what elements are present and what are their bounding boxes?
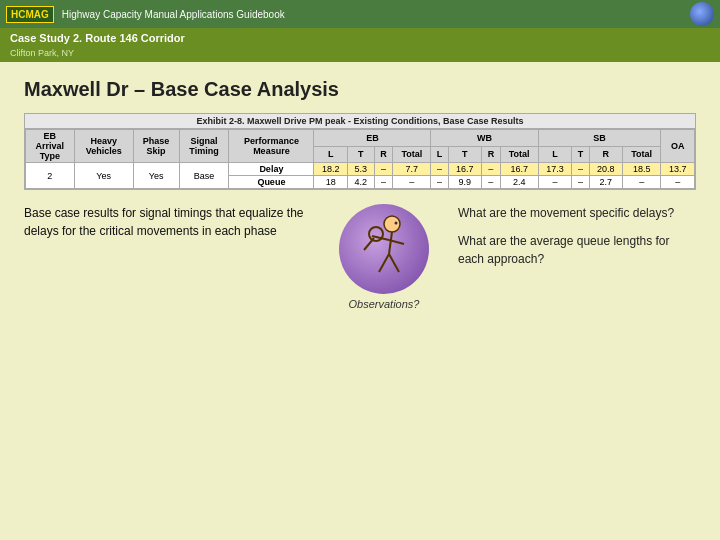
- svg-point-8: [369, 227, 383, 241]
- bottom-section: Base case results for signal timings tha…: [24, 204, 696, 310]
- sb-l: L: [538, 146, 572, 163]
- cell-eb-r-queue: –: [374, 176, 393, 189]
- svg-line-2: [389, 232, 392, 254]
- cell-eb-t-queue: 4.2: [348, 176, 375, 189]
- cell-sb-t-queue: –: [572, 176, 589, 189]
- col-phase-skip: PhaseSkip: [133, 130, 179, 163]
- svg-line-5: [379, 254, 389, 272]
- data-table: EBArrivalType HeavyVehicles PhaseSkip Si…: [25, 129, 695, 189]
- col-heavy-vehicles: HeavyVehicles: [74, 130, 133, 163]
- observations-col: Observations?: [324, 204, 444, 310]
- stick-figure-svg: [354, 214, 414, 284]
- base-case-text: Base case results for signal timings tha…: [24, 204, 304, 240]
- col-group-sb: SB: [538, 130, 661, 147]
- table-row-delay: 2 Yes Yes Base Delay 18.2 5.3 – 7.7 – 16…: [26, 163, 695, 176]
- sub-header-title: Case Study 2. Route 146 Corridor: [10, 32, 185, 44]
- cell-eb-l-queue: 18: [314, 176, 348, 189]
- cell-eb-total-delay: 7.7: [393, 163, 431, 176]
- question-1: What are the movement specific delays?: [458, 204, 696, 222]
- col-oa: OA: [661, 130, 695, 163]
- question-2: What are the average queue lengths for e…: [458, 232, 696, 268]
- cell-wb-t-delay: 16.7: [448, 163, 482, 176]
- wb-l: L: [431, 146, 448, 163]
- cell-eb-l-delay: 18.2: [314, 163, 348, 176]
- sb-total: Total: [623, 146, 661, 163]
- col-performance-measure: PerformanceMeasure: [229, 130, 314, 163]
- wb-t: T: [448, 146, 482, 163]
- col-eb-arrival: EBArrivalType: [26, 130, 75, 163]
- cell-measure-queue: Queue: [229, 176, 314, 189]
- cell-sb-l-queue: –: [538, 176, 572, 189]
- header-image: [690, 2, 714, 26]
- exhibit-table-container: Exhibit 2-8. Maxwell Drive PM peak - Exi…: [24, 113, 696, 190]
- sb-r: R: [589, 146, 623, 163]
- sub-header: Case Study 2. Route 146 Corridor Clifton…: [0, 28, 720, 62]
- observations-label: Observations?: [349, 298, 420, 310]
- questions-col: What are the movement specific delays? W…: [458, 204, 696, 278]
- cell-wb-r-queue: –: [482, 176, 501, 189]
- col-signal-timing: SignalTiming: [179, 130, 229, 163]
- cell-eb-arrival: 2: [26, 163, 75, 189]
- eb-r: R: [374, 146, 393, 163]
- observations-circle: [339, 204, 429, 294]
- svg-point-1: [395, 222, 398, 225]
- cell-signal-timing: Base: [179, 163, 229, 189]
- cell-sb-t-delay: –: [572, 163, 589, 176]
- cell-wb-l-delay: –: [431, 163, 448, 176]
- svg-line-6: [389, 254, 399, 272]
- cell-wb-r-delay: –: [482, 163, 501, 176]
- cell-wb-total-queue: 2.4: [500, 176, 538, 189]
- eb-total: Total: [393, 146, 431, 163]
- cell-sb-r-delay: 20.8: [589, 163, 623, 176]
- main-content: Maxwell Dr – Base Case Analysis Exhibit …: [0, 62, 720, 322]
- cell-eb-r-delay: –: [374, 163, 393, 176]
- cell-oa-delay: 13.7: [661, 163, 695, 176]
- exhibit-title: Exhibit 2-8. Maxwell Drive PM peak - Exi…: [25, 114, 695, 129]
- hcmag-logo: HCMAG: [6, 6, 54, 23]
- sub-header-location: Clifton Park, NY: [10, 48, 74, 58]
- observations-section: Observations? What are the movement spec…: [324, 204, 696, 310]
- wb-r: R: [482, 146, 501, 163]
- cell-wb-t-queue: 9.9: [448, 176, 482, 189]
- wb-total: Total: [500, 146, 538, 163]
- col-group-wb: WB: [431, 130, 538, 147]
- cell-sb-r-queue: 2.7: [589, 176, 623, 189]
- cell-heavy-vehicles: Yes: [74, 163, 133, 189]
- cell-measure-delay: Delay: [229, 163, 314, 176]
- cell-eb-t-delay: 5.3: [348, 163, 375, 176]
- cell-phase-skip: Yes: [133, 163, 179, 189]
- header-bar: HCMAG Highway Capacity Manual Applicatio…: [0, 0, 720, 28]
- cell-oa-queue: –: [661, 176, 695, 189]
- table-header-row-1: EBArrivalType HeavyVehicles PhaseSkip Si…: [26, 130, 695, 147]
- sb-t: T: [572, 146, 589, 163]
- cell-sb-total-queue: –: [623, 176, 661, 189]
- cell-wb-total-delay: 16.7: [500, 163, 538, 176]
- col-group-eb: EB: [314, 130, 431, 147]
- cell-sb-total-delay: 18.5: [623, 163, 661, 176]
- cell-eb-total-queue: –: [393, 176, 431, 189]
- page-title: Maxwell Dr – Base Case Analysis: [24, 78, 696, 101]
- header-title: Highway Capacity Manual Applications Gui…: [62, 9, 682, 20]
- cell-wb-l-queue: –: [431, 176, 448, 189]
- svg-point-0: [384, 216, 400, 232]
- eb-l: L: [314, 146, 348, 163]
- eb-t: T: [348, 146, 375, 163]
- cell-sb-l-delay: 17.3: [538, 163, 572, 176]
